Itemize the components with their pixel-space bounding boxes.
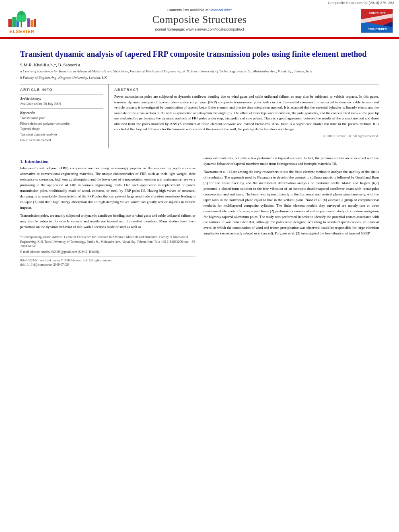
journal-homepage-url: journal homepage: www.elsevier.com/locat… (155, 27, 244, 31)
keywords-label: Keywords: (20, 111, 103, 115)
body-content: 1. Introduction Fiber-reinforced polymer… (0, 152, 399, 271)
composite-logo-icon: COMPOSITE STRUCTURES (361, 9, 393, 33)
corresponding-author-footnote: * Corresponding author. Address: Centre … (20, 235, 195, 249)
journal-center-header: Contents lists available at ScienceDirec… (44, 5, 355, 37)
page: Composite Structures 92 (2010) 275–283 (0, 0, 399, 532)
keyword-1: Transmission pole (20, 115, 103, 121)
history-label: Article history: (20, 97, 103, 101)
right-paragraph-1: composite materials, but only a few perf… (204, 156, 379, 167)
abstract-header: ABSTRACT (114, 88, 379, 92)
keyword-2: Fiber-reinforced polymer composite (20, 121, 103, 127)
article-info-abstract: ARTICLE INFO Article history: Available … (20, 84, 379, 148)
sciencedirect-link: ScienceDirect (210, 8, 232, 12)
elsevier-logo-area: ELSEVIER (0, 5, 44, 37)
affiliation-a: a Centre of Excellence for Research in A… (20, 69, 379, 74)
abstract-panel: ABSTRACT Power transmission poles are su… (109, 84, 379, 148)
right-column: composite materials, but only a few perf… (204, 156, 379, 267)
authors-line: S.M.R. Khalili a,b,*, B. Saboori a (20, 62, 379, 67)
svg-text:STRUCTURES: STRUCTURES (368, 28, 387, 31)
svg-rect-4 (21, 21, 22, 27)
footnote-area: * Corresponding author. Address: Centre … (20, 233, 195, 267)
copyright-line: © 2009 Elsevier Ltd. All rights reserved… (114, 134, 379, 138)
info-mid-divider (20, 108, 103, 109)
svg-rect-2 (12, 17, 16, 27)
svg-rect-8 (27, 18, 30, 27)
keyword-4: Transient dynamic analysis (20, 132, 103, 138)
info-top-divider (20, 94, 103, 94)
svg-point-7 (21, 14, 27, 22)
article-content: Transient dynamic analysis of tapered FR… (0, 39, 399, 152)
intro-paragraph-2: Transmission poles, are mainly subjected… (20, 213, 195, 230)
composite-logo-box: COMPOSITE STRUCTURES (361, 9, 393, 33)
affiliation-b: b Faculty of Engineering, Kingston Unive… (20, 75, 379, 80)
svg-rect-10 (34, 19, 36, 27)
two-column-body: 1. Introduction Fiber-reinforced polymer… (20, 156, 379, 267)
email-footnote: E-mail address: smrkhalili2005@gmail.com… (20, 250, 195, 254)
article-history-section: Article history: Available online 28 Jul… (20, 97, 103, 106)
article-info-header: ARTICLE INFO (20, 88, 103, 92)
keyword-3: Tapered shape (20, 126, 103, 132)
journal-header: ELSEVIER Contents lists available at Sci… (0, 5, 399, 38)
article-info-panel: ARTICLE INFO Article history: Available … (20, 84, 109, 148)
volume-line: Composite Structures 92 (2010) 275–283 (0, 0, 399, 5)
right-paragraph-2: Navaratna et al. [4] are among the early… (204, 169, 379, 236)
issn-line: 0263-8223/$ – see front matter © 2009 El… (20, 258, 195, 263)
intro-section-title: 1. Introduction (20, 159, 195, 164)
composite-logo-area: COMPOSITE STRUCTURES (355, 5, 399, 37)
issn-area: 0263-8223/$ – see front matter © 2009 El… (20, 257, 195, 267)
svg-rect-9 (30, 20, 33, 27)
history-value: Available online 28 July 2009 (20, 102, 61, 106)
contents-line: Contents lists available at ScienceDirec… (167, 8, 232, 12)
intro-paragraph-1: Fiber-reinforced polymer (FRP) composite… (20, 166, 195, 211)
svg-rect-1 (8, 19, 12, 27)
keywords-list: Transmission pole Fiber-reinforced polym… (20, 115, 103, 143)
elsevier-icon (6, 8, 38, 28)
abstract-text: Power transmission poles are subjected t… (114, 94, 379, 132)
keywords-section: Keywords: Transmission pole Fiber-reinfo… (20, 111, 103, 143)
left-column: 1. Introduction Fiber-reinforced polymer… (20, 156, 195, 267)
svg-text:COMPOSITE: COMPOSITE (369, 12, 386, 14)
doi-line: doi:10.1016/j.compstruct.2009.07.026 (20, 263, 195, 267)
keyword-5: Finite element method (20, 138, 103, 143)
article-title: Transient dynamic analysis of tapered FR… (20, 49, 379, 59)
journal-title: Composite Structures (152, 14, 247, 26)
elsevier-brand-label: ELSEVIER (9, 29, 34, 34)
